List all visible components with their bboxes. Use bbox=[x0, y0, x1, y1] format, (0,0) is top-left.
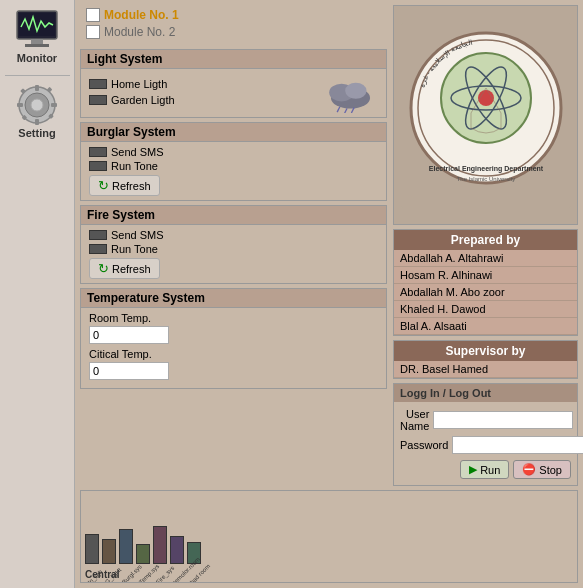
fire-system-panel: Fire System Send SMS Run Tone ↻ Refresh bbox=[80, 205, 387, 284]
bar-4 bbox=[153, 526, 167, 564]
burglar-tone-label: Run Tone bbox=[111, 160, 158, 172]
university-logo: الجامعة الإسلامية - غزة Electrical Engin… bbox=[401, 23, 571, 208]
bar-3 bbox=[136, 544, 150, 564]
module2-label: Module No. 2 bbox=[104, 25, 175, 39]
temperature-system-body: Room Temp. Citical Temp. bbox=[81, 308, 386, 388]
sidebar: Monitor Setting bbox=[0, 0, 75, 588]
light-items: Home Ligth Garden Ligth bbox=[89, 78, 175, 108]
module2-row: Module No. 2 bbox=[86, 25, 381, 39]
bar-group-4 bbox=[153, 526, 167, 564]
citical-temp-row: Citical Temp. bbox=[89, 348, 378, 380]
svg-line-19 bbox=[344, 109, 347, 113]
svg-rect-8 bbox=[35, 119, 39, 125]
prepared-name-3: Khaled H. Dawod bbox=[394, 301, 577, 318]
login-buttons: ▶ Run ⛔ Stop bbox=[400, 460, 571, 479]
stop-button[interactable]: ⛔ Stop bbox=[513, 460, 571, 479]
fire-sms-item: Send SMS bbox=[89, 229, 378, 241]
garden-light-item: Garden Ligth bbox=[89, 94, 175, 106]
room-temp-row: Room Temp. bbox=[89, 312, 378, 344]
fire-system-header: Fire System bbox=[81, 206, 386, 225]
prepared-name-0: Abdallah A. Altahrawi bbox=[394, 250, 577, 267]
supervisor-section: Supervisor by DR. Basel Hamed bbox=[393, 340, 578, 379]
module1-row: Module No. 1 bbox=[86, 8, 381, 22]
monitor-icon bbox=[13, 10, 61, 50]
stop-icon: ⛔ bbox=[522, 463, 536, 476]
sidebar-item-setting[interactable]: Setting bbox=[2, 80, 72, 144]
prepared-name-1: Hosam R. Alhinawi bbox=[394, 267, 577, 284]
password-input[interactable] bbox=[452, 436, 583, 454]
svg-rect-3 bbox=[25, 44, 49, 47]
sidebar-item-monitor[interactable]: Monitor bbox=[2, 5, 72, 69]
username-input[interactable] bbox=[433, 411, 573, 429]
weather-icon bbox=[323, 73, 378, 113]
sidebar-divider bbox=[5, 75, 70, 76]
bar-5 bbox=[170, 536, 184, 564]
chart-x-labels: ln_ligh G_ligHt Burgl.sys Temp.sys Fire_… bbox=[85, 576, 573, 582]
burglar-system-body: Send SMS Run Tone ↻ Refresh bbox=[81, 142, 386, 200]
room-temp-input[interactable] bbox=[89, 326, 169, 344]
burglar-sms-indicator bbox=[89, 147, 107, 157]
prepared-section: Prepared by Abdallah A. Altahrawi Hosam … bbox=[393, 229, 578, 336]
prepared-name-2: Abdallah M. Abo zoor bbox=[394, 284, 577, 301]
module1-label: Module No. 1 bbox=[104, 8, 179, 22]
login-section: Logg In / Log Out User Name Password ▶ R… bbox=[393, 383, 578, 486]
username-label: User Name bbox=[400, 408, 429, 432]
login-header: Logg In / Log Out bbox=[394, 384, 577, 402]
svg-text:The Islamic University: The Islamic University bbox=[456, 176, 515, 182]
burglar-tone-indicator bbox=[89, 161, 107, 171]
fire-refresh-button[interactable]: ↻ Refresh bbox=[89, 258, 160, 279]
run-label: Run bbox=[480, 464, 500, 476]
svg-point-6 bbox=[31, 99, 43, 111]
svg-point-17 bbox=[345, 83, 366, 99]
bar-group-3 bbox=[136, 544, 150, 564]
module2-checkbox[interactable] bbox=[86, 25, 100, 39]
svg-rect-7 bbox=[35, 85, 39, 91]
svg-text:Electrical Engineering Departm: Electrical Engineering Department bbox=[428, 165, 543, 173]
temperature-system-header: Temperature System bbox=[81, 289, 386, 308]
burglar-system-panel: Burglar System Send SMS Run Tone ↻ Refre… bbox=[80, 122, 387, 201]
play-icon: ▶ bbox=[469, 463, 477, 476]
citical-temp-label: Citical Temp. bbox=[89, 348, 378, 360]
fire-refresh-icon: ↻ bbox=[98, 261, 109, 276]
username-row: User Name bbox=[400, 408, 571, 432]
burglar-tone-item: Run Tone bbox=[89, 160, 378, 172]
fire-tone-item: Run Tone bbox=[89, 243, 378, 255]
light-system-panel: Light System Home Ligth Garden Ligth bbox=[80, 49, 387, 118]
temperature-system-panel: Temperature System Room Temp. Citical Te… bbox=[80, 288, 387, 389]
university-logo-area: الجامعة الإسلامية - غزة Electrical Engin… bbox=[393, 5, 578, 225]
modules-panel: Module No. 1 Module No. 2 bbox=[80, 5, 387, 45]
bar-1 bbox=[102, 539, 116, 564]
central-label: Central bbox=[85, 569, 119, 580]
svg-rect-2 bbox=[31, 39, 43, 44]
right-panel: الجامعة الإسلامية - غزة Electrical Engin… bbox=[393, 5, 578, 486]
fire-system-body: Send SMS Run Tone ↻ Refresh bbox=[81, 225, 386, 283]
stop-label: Stop bbox=[539, 464, 562, 476]
module1-checkbox[interactable] bbox=[86, 8, 100, 22]
light-system-body: Home Ligth Garden Ligth bbox=[81, 69, 386, 117]
settings-icon bbox=[13, 85, 61, 125]
light-system-header: Light System bbox=[81, 50, 386, 69]
bar-2 bbox=[119, 529, 133, 564]
home-light-label: Home Ligth bbox=[111, 78, 167, 90]
svg-rect-9 bbox=[17, 103, 23, 107]
password-label: Password bbox=[400, 439, 448, 451]
supervisor-name: DR. Basel Hamed bbox=[394, 361, 577, 378]
prepared-name-4: Blal A. Alsaati bbox=[394, 318, 577, 335]
burglar-refresh-icon: ↻ bbox=[98, 178, 109, 193]
supervisor-title: Supervisor by bbox=[394, 341, 577, 361]
citical-temp-input[interactable] bbox=[89, 362, 169, 380]
bar-group-0 bbox=[85, 534, 99, 564]
home-light-item: Home Ligth bbox=[89, 78, 175, 90]
bar-group-1 bbox=[102, 539, 116, 564]
fire-sms-label: Send SMS bbox=[111, 229, 164, 241]
burglar-sms-item: Send SMS bbox=[89, 146, 378, 158]
bar-group-5 bbox=[170, 536, 184, 564]
run-button[interactable]: ▶ Run bbox=[460, 460, 509, 479]
burglar-refresh-button[interactable]: ↻ Refresh bbox=[89, 175, 160, 196]
garden-light-label: Garden Ligth bbox=[111, 94, 175, 106]
chart-panel: ln_ligh G_ligHt Burgl.sys Temp.sys Fire_… bbox=[80, 490, 578, 583]
bar-group-2 bbox=[119, 529, 133, 564]
garden-light-indicator bbox=[89, 95, 107, 105]
fire-tone-indicator bbox=[89, 244, 107, 254]
setting-label: Setting bbox=[18, 127, 55, 139]
